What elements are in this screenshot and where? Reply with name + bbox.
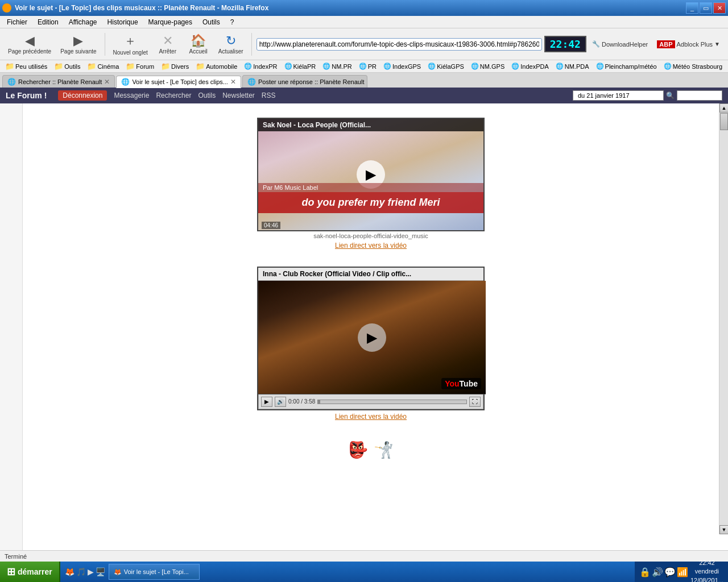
tab-poster[interactable]: 🌐 Poster une réponse :: Planète Renault …	[242, 75, 367, 88]
tab-rechercher[interactable]: 🌐 Rechercher :: Planète Renault ✕	[2, 75, 115, 88]
bookmark-indexgps[interactable]: 🌐IndexGPS	[380, 62, 424, 70]
menu-outils[interactable]: Outils	[198, 17, 225, 27]
bookmark-indexpda[interactable]: 🌐IndexPDA	[508, 62, 552, 70]
video-player-inna[interactable]: ▶ YouTube	[258, 281, 486, 394]
progress-bar-inna[interactable]	[317, 400, 467, 404]
bookmark-meteo[interactable]: 🌐Météo Strasbourg	[661, 62, 725, 70]
ql-icon-4[interactable]: 🖥️	[96, 567, 105, 576]
play-pause-btn-inna[interactable]: ▶	[261, 397, 272, 407]
tray-clock: 22:42 vendredi 12/08/201...	[690, 559, 723, 582]
window-title: Voir le sujet - [Le Topic] des clips mus…	[15, 4, 268, 12]
ql-icon-3[interactable]: ▶	[88, 567, 94, 576]
menu-edition[interactable]: Edition	[33, 17, 63, 27]
stop-button[interactable]: ✕ Arrêter	[154, 32, 182, 56]
bookmark-indexpr[interactable]: 🌐IndexPR	[241, 62, 280, 70]
bookmark-outils[interactable]: 📁Outils	[51, 61, 83, 71]
video-link-sak[interactable]: Lien direct vers la vidéo	[257, 242, 485, 250]
bookmark-forum[interactable]: 📁Forum	[123, 61, 157, 71]
bookmark-nmgps[interactable]: 🌐NM.GPS	[468, 62, 507, 70]
taskbar-items: 🦊 🎵 ▶ 🖥️ 🦊 Voir le sujet - [Le Topi...	[60, 564, 635, 580]
video-time-inna: 0:00 / 3:58	[288, 398, 315, 405]
fullscreen-btn-inna[interactable]: ⛶	[469, 397, 481, 407]
bookmark-peu-utilises[interactable]: 📁Peu utilisés	[2, 61, 50, 71]
clock-display: 22:42	[544, 36, 586, 52]
menu-fichier[interactable]: Fichier	[2, 17, 32, 27]
scroll-thumb[interactable]	[720, 113, 728, 130]
firefox-icon	[2, 3, 11, 13]
close-button[interactable]: ✕	[713, 2, 726, 14]
video-player-sak-noel[interactable]: Sak Noel - Loca People (Official... ▶ Pa…	[257, 118, 485, 231]
video-filename-sak: sak-noel-loca-people-official-video_musi…	[257, 232, 485, 239]
forum-brand[interactable]: Le Forum !	[6, 91, 47, 100]
menu-help[interactable]: ?	[226, 17, 239, 27]
bookmark-pleinchamp[interactable]: 🌐Pleinchamp/météo	[593, 62, 660, 70]
tab-close-rechercher[interactable]: ✕	[104, 78, 110, 86]
nav-separator-2	[251, 33, 252, 56]
forum-nav-messagerie[interactable]: Messagerie	[114, 92, 149, 99]
tab-close-voir-sujet[interactable]: ✕	[230, 78, 236, 86]
bookmark-pr[interactable]: 🌐PR	[356, 62, 379, 70]
footer-emoji-area: 👺 🤺	[348, 440, 394, 459]
bookmark-nmpda[interactable]: 🌐NM.PDA	[553, 62, 592, 70]
video-container-inna: Inna - Club Rocker (Official Video / Cli…	[257, 267, 485, 421]
taskbar-firefox-item[interactable]: 🦊 Voir le sujet - [Le Topi...	[109, 564, 200, 580]
tray-icon-3: 💬	[664, 567, 676, 577]
forum-nav-rechercher[interactable]: Rechercher	[156, 92, 191, 99]
status-bar: Terminé	[0, 550, 728, 562]
bookmark-automobile[interactable]: 📁Automobile	[193, 61, 240, 71]
forum-nav: Le Forum ! Déconnexion Messagerie Recher…	[0, 88, 728, 103]
video-red-overlay: do you prefer my friend Meri	[258, 192, 483, 213]
nav-separator-1	[105, 33, 105, 56]
tray-icon-1: 🔒	[639, 567, 651, 577]
url-area	[257, 38, 542, 51]
volume-btn-inna[interactable]: 🔊	[275, 397, 286, 407]
forum-nav-deconnexion[interactable]: Déconnexion	[58, 90, 107, 101]
scroll-down-button[interactable]: ▼	[719, 525, 728, 534]
menu-affichage[interactable]: Affichage	[64, 17, 102, 27]
bookmark-cinema[interactable]: 📁Cinéma	[84, 61, 122, 71]
forum-nav-rss[interactable]: RSS	[262, 92, 276, 99]
status-text: Terminé	[5, 553, 27, 560]
nav-bar: ◀ Page précédente ▶ Page suivante ＋ Nouv…	[0, 28, 728, 60]
system-tray: 🔒 🔊 💬 📶 22:42 vendredi 12/08/201...	[635, 562, 728, 582]
tab-close-poster[interactable]: ✕	[366, 78, 367, 86]
home-button[interactable]: 🏠 Accueil	[184, 32, 213, 56]
minimize-button[interactable]: _	[686, 2, 698, 14]
forum-date-input[interactable]	[573, 90, 664, 101]
start-button[interactable]: ⊞ démarrer	[0, 562, 60, 582]
forward-button[interactable]: ▶ Page suivante	[57, 32, 100, 56]
menu-historique[interactable]: Historique	[103, 17, 143, 27]
scroll-up-button[interactable]: ▲	[719, 103, 728, 113]
forum-search-icon: 🔍	[666, 92, 675, 99]
bookmark-nmpr[interactable]: 🌐NM.PR	[320, 62, 354, 70]
back-button[interactable]: ◀ Page précédente	[5, 32, 55, 56]
play-button-inna[interactable]: ▶	[358, 323, 386, 352]
tray-icons: 🔒 🔊 💬 📶	[639, 567, 688, 577]
bookmarks-bar: 📁Peu utilisés 📁Outils 📁Cinéma 📁Forum 📁Di…	[0, 60, 728, 73]
bookmark-divers[interactable]: 📁Divers	[158, 61, 192, 71]
video-link-inna[interactable]: Lien direct vers la vidéo	[257, 413, 485, 421]
ql-icon-2[interactable]: 🎵	[76, 567, 86, 576]
maximize-button[interactable]: ▭	[700, 2, 712, 14]
forum-nav-outils[interactable]: Outils	[198, 92, 216, 99]
bookmark-kielapr[interactable]: 🌐KiélaPR	[282, 62, 319, 70]
url-input[interactable]	[257, 38, 542, 51]
reload-button[interactable]: ↻ Actualiser	[215, 32, 247, 56]
video-controls-inna: ▶ 🔊 0:00 / 3:58 ⛶	[258, 394, 483, 409]
video-overlay-sak-noel: Par M6 Music Label do you prefer my frie…	[258, 183, 483, 213]
menu-marquepages[interactable]: Marque-pages	[144, 17, 197, 27]
ql-icon-1[interactable]: 🦊	[65, 567, 75, 576]
bookmark-kielagps[interactable]: 🌐KiélaGPS	[425, 62, 467, 70]
emoji-fencer: 🤺	[374, 440, 394, 459]
right-scrollbar: ▲ ▼	[719, 103, 728, 534]
youtube-badge-inna: YouTube	[441, 378, 481, 389]
left-sidebar	[0, 103, 23, 558]
menu-bar: Fichier Edition Affichage Historique Mar…	[0, 16, 728, 28]
forum-nav-newsletter[interactable]: Newsletter	[222, 92, 255, 99]
tab-voir-sujet[interactable]: 🌐 Voir le sujet - [Le Topic] des clips..…	[116, 76, 241, 88]
forum-search-input[interactable]	[677, 90, 722, 101]
video-player-inna-wrapper: Inna - Club Rocker (Official Video / Cli…	[257, 267, 485, 410]
video-title-inna: Inna - Club Rocker (Official Video / Cli…	[258, 268, 483, 281]
new-tab-button[interactable]: ＋ Nouvel onglet	[110, 31, 151, 57]
taskbar: ⊞ démarrer 🦊 🎵 ▶ 🖥️ 🦊 Voir le sujet - [L…	[0, 562, 728, 582]
